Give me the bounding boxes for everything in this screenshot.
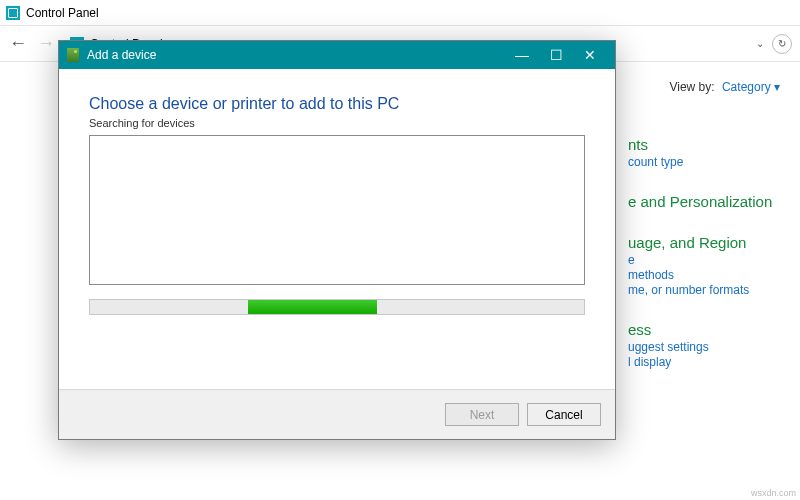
category-link[interactable]: l display: [628, 355, 788, 369]
device-list[interactable]: [89, 135, 585, 285]
progress-bar: [89, 299, 585, 315]
dialog-subtext: Searching for devices: [89, 117, 585, 129]
watermark: wsxdn.com: [751, 488, 796, 498]
cancel-button[interactable]: Cancel: [527, 403, 601, 426]
category-heading[interactable]: uage, and Region: [628, 234, 788, 251]
dialog-content: Choose a device or printer to add to thi…: [59, 69, 615, 389]
close-button[interactable]: ✕: [573, 44, 607, 66]
dialog-button-row: Next Cancel: [59, 389, 615, 439]
chevron-down-icon[interactable]: ⌄: [756, 38, 764, 49]
add-device-dialog: Add a device — ☐ ✕ Choose a device or pr…: [58, 40, 616, 440]
category-link[interactable]: me, or number formats: [628, 283, 788, 297]
cp-window-title: Control Panel: [26, 6, 99, 20]
back-button[interactable]: ←: [4, 30, 32, 58]
forward-button[interactable]: →: [32, 30, 60, 58]
cp-window-titlebar: Control Panel: [0, 0, 800, 26]
maximize-button[interactable]: ☐: [539, 44, 573, 66]
category-link[interactable]: uggest settings: [628, 340, 788, 354]
category-link[interactable]: e: [628, 253, 788, 267]
dialog-title: Add a device: [87, 48, 156, 62]
next-button: Next: [445, 403, 519, 426]
device-icon: [67, 48, 79, 62]
category-heading[interactable]: nts: [628, 136, 788, 153]
viewby-row: View by: Category ▾: [669, 80, 780, 94]
refresh-button[interactable]: ↻: [772, 34, 792, 54]
dialog-heading: Choose a device or printer to add to thi…: [89, 95, 585, 113]
category-heading[interactable]: ess: [628, 321, 788, 338]
progress-indicator: [248, 300, 376, 314]
viewby-label: View by:: [669, 80, 714, 94]
category-column: nts count type e and Personalization uag…: [628, 112, 788, 370]
dialog-titlebar[interactable]: Add a device — ☐ ✕: [59, 41, 615, 69]
category-heading[interactable]: e and Personalization: [628, 193, 788, 210]
category-link[interactable]: methods: [628, 268, 788, 282]
category-link[interactable]: count type: [628, 155, 788, 169]
viewby-dropdown[interactable]: Category ▾: [722, 80, 780, 94]
control-panel-icon: [6, 6, 20, 20]
minimize-button[interactable]: —: [505, 44, 539, 66]
